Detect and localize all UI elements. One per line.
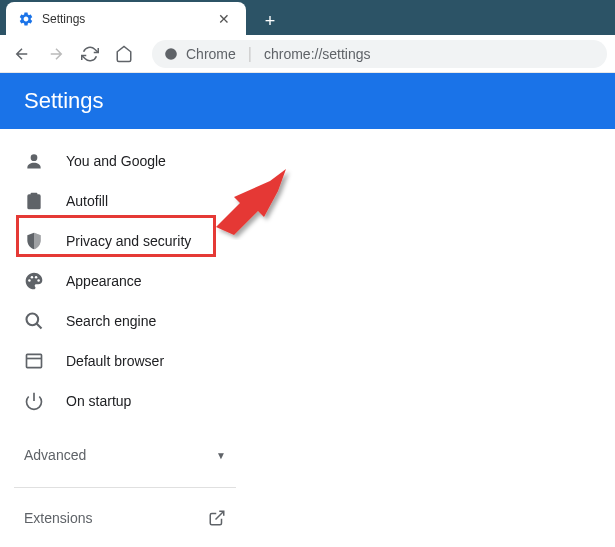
sidebar-item-extensions[interactable]: Extensions	[0, 498, 250, 538]
divider	[14, 487, 236, 488]
close-icon[interactable]: ✕	[214, 11, 234, 27]
sidebar-item-search-engine[interactable]: Search engine	[0, 301, 250, 341]
reload-button[interactable]	[76, 40, 104, 68]
person-icon	[24, 151, 44, 171]
omnibox-url: chrome://settings	[264, 46, 371, 62]
gear-icon	[18, 11, 34, 27]
svg-point-3	[28, 279, 31, 282]
omnibox-divider: |	[248, 45, 252, 63]
new-tab-button[interactable]: +	[256, 7, 284, 35]
sidebar-item-on-startup[interactable]: On startup	[0, 381, 250, 421]
external-link-icon	[208, 509, 226, 527]
tab-strip: Settings ✕ +	[0, 0, 615, 35]
chevron-down-icon: ▼	[216, 450, 226, 461]
sidebar-item-you-and-google[interactable]: You and Google	[0, 141, 250, 181]
settings-sidebar: You and Google Autofill Privacy and secu…	[0, 129, 250, 547]
svg-rect-2	[31, 193, 38, 196]
page-title: Settings	[24, 88, 104, 114]
search-icon	[24, 311, 44, 331]
svg-point-5	[35, 276, 38, 279]
sidebar-item-default-browser[interactable]: Default browser	[0, 341, 250, 381]
sidebar-item-label: You and Google	[66, 153, 166, 169]
palette-icon	[24, 271, 44, 291]
svg-point-7	[27, 314, 39, 326]
omnibox-host: Chrome	[186, 46, 236, 62]
power-icon	[24, 391, 44, 411]
svg-rect-8	[27, 354, 42, 367]
advanced-label: Advanced	[24, 447, 86, 463]
sidebar-item-label: On startup	[66, 393, 131, 409]
svg-point-1	[31, 154, 38, 161]
forward-button[interactable]	[42, 40, 70, 68]
sidebar-item-appearance[interactable]: Appearance	[0, 261, 250, 301]
browser-icon	[24, 351, 44, 371]
settings-header: Settings	[0, 73, 615, 129]
extensions-label: Extensions	[24, 510, 92, 526]
back-button[interactable]	[8, 40, 36, 68]
browser-toolbar: Chrome | chrome://settings	[0, 35, 615, 73]
sidebar-item-about[interactable]: About Chrome	[0, 538, 250, 547]
sidebar-item-advanced[interactable]: Advanced ▼	[0, 433, 250, 477]
shield-icon	[24, 231, 44, 251]
sidebar-item-label: Autofill	[66, 193, 108, 209]
browser-tab[interactable]: Settings ✕	[6, 2, 246, 35]
svg-point-6	[37, 279, 40, 282]
home-button[interactable]	[110, 40, 138, 68]
sidebar-item-privacy-security[interactable]: Privacy and security	[0, 221, 250, 261]
sidebar-item-label: Search engine	[66, 313, 156, 329]
svg-point-0	[165, 48, 177, 60]
sidebar-item-label: Default browser	[66, 353, 164, 369]
sidebar-item-autofill[interactable]: Autofill	[0, 181, 250, 221]
sidebar-item-label: Appearance	[66, 273, 142, 289]
sidebar-item-label: Privacy and security	[66, 233, 191, 249]
tab-title: Settings	[42, 12, 206, 26]
clipboard-icon	[24, 191, 44, 211]
address-bar[interactable]: Chrome | chrome://settings	[152, 40, 607, 68]
site-info-icon[interactable]	[164, 47, 178, 61]
svg-point-4	[31, 276, 34, 279]
